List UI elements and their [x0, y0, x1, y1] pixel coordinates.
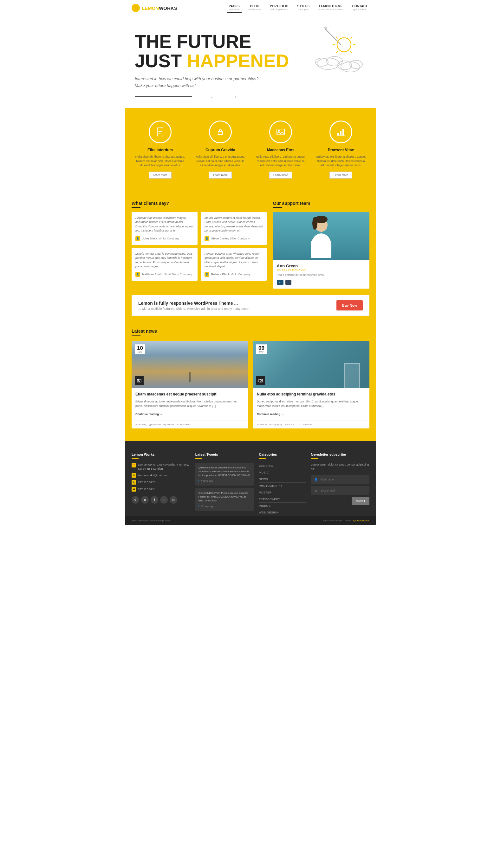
social-web-icon[interactable]: ⚙	[131, 496, 139, 504]
two-col-layout: What clients say? Aliquam vitae massa ve…	[131, 201, 370, 289]
nav-item-pages[interactable]: PAGES start here	[227, 3, 241, 13]
testimonial-2: Mauris non dui ante, id commodo estes. D…	[131, 248, 198, 281]
first-name-input[interactable]	[321, 478, 366, 481]
cat-poster[interactable]: POSTER	[259, 489, 306, 496]
nav-item-blog[interactable]: BLOG what's new	[247, 3, 263, 13]
news-tag-1-1: By admin	[285, 423, 295, 426]
door-illustration	[344, 363, 360, 388]
feature-0-icon-wrap	[149, 120, 172, 143]
social-dribbble-icon[interactable]: ◎	[170, 496, 177, 504]
testimonial-0-author-row: 👤 John Black, White Company	[135, 236, 194, 241]
feature-0-text: Nulla vitae elit libero, a pharetra augu…	[135, 155, 185, 168]
feature-3-title: Praesent Vitae	[316, 148, 366, 152]
feature-1: Cuprum Gravida Nulla vitae elit libero, …	[192, 120, 249, 179]
nav-item-portfolio[interactable]: PORTFOLIO folio & galleries	[268, 3, 290, 13]
cat-web-design[interactable]: WEB DESIGN	[259, 509, 306, 516]
buy-now-button[interactable]: Buy Now	[337, 300, 363, 310]
footer-tweets-col: Latest Tweets QuanticalLabs is pleased t…	[195, 452, 254, 516]
name-field-icon: 👤	[314, 477, 318, 482]
nav-sub-contact: get in touch	[352, 8, 367, 11]
feature-0-learn-more[interactable]: Learn more	[149, 172, 172, 179]
svg-point-40	[260, 380, 262, 382]
author-icon-0: 👤	[135, 236, 140, 241]
tweet-1: GOLDENDICKYUK Please use our Support For…	[195, 488, 254, 511]
nav-item-styles[interactable]: STYLES the styles	[295, 3, 311, 13]
email-input[interactable]	[321, 489, 366, 492]
nav-sub-pages: start here	[228, 8, 239, 11]
news-img-icon-1	[256, 376, 265, 385]
tweet-0-text: QuanticalLabs is pleased to announce tha…	[199, 466, 251, 477]
social-rss-icon[interactable]: ◉	[141, 496, 149, 504]
tweet-1-text: GOLDENDICKYUK Please use our Support For…	[199, 491, 251, 503]
footer-bottom-right: Lemon WordPress Theme | QuanticalLabs	[321, 519, 370, 522]
testimonial-1-text: Mauris viverra mauris et diam blandit la…	[204, 216, 263, 233]
support-col: Our support team Ann G	[273, 201, 370, 289]
tweet-1-time: 27 days ago	[200, 505, 214, 508]
water-silhouette	[189, 372, 191, 382]
linkedin-button[interactable]: in	[277, 280, 284, 285]
news-title: Latest news	[131, 329, 370, 334]
footer-newsletter-title: Newsletter subscribe	[311, 452, 370, 456]
email-field-icon: ✉	[314, 489, 318, 493]
testimonial-1: Mauris viverra mauris et diam blandit la…	[201, 212, 267, 245]
svg-point-35	[312, 217, 317, 229]
nav-item-contact[interactable]: CONTACT get in touch	[350, 3, 370, 13]
news-date-box-0: 10 MAY	[135, 344, 145, 354]
footer-categories-underline	[259, 458, 266, 459]
features-grid: Elite Interdum Nulla vitae elit libero, …	[131, 120, 370, 179]
svg-rect-38	[138, 379, 139, 379]
cat-music[interactable]: MUSIC	[259, 469, 306, 476]
cat-news[interactable]: NEWS	[259, 476, 306, 483]
social-twitter-icon[interactable]: t	[160, 496, 168, 504]
feature-1-learn-more[interactable]: Learn more	[209, 172, 232, 179]
news-excerpt-1: Donec sed purus diam, vitae rhoncus nibh…	[257, 399, 366, 408]
svg-rect-33	[311, 241, 331, 258]
logo-icon	[131, 4, 140, 12]
testimonials-col: What clients say? Aliquam vitae massa ve…	[131, 201, 267, 289]
slider-indicator: 2 3	[135, 95, 366, 98]
feature-2-learn-more[interactable]: Learn more	[269, 172, 292, 179]
slider-num2: 3	[235, 95, 236, 98]
buy-banner: Lemon is fully responsive WordPress Them…	[131, 295, 370, 316]
testimonial-2-author-row: 👤 Matthieu Smith, Small Team Company	[135, 272, 194, 277]
hero-section: THE FUTURE JUST HAPPENED Interested in h…	[125, 16, 376, 108]
nav-item-lemon-theme[interactable]: LEMON THEME screenshots & options	[317, 3, 345, 13]
newsletter-name-field: 👤	[311, 475, 370, 484]
testimonial-1-author-row: 👤 Steve Carter, Silver Company	[204, 236, 263, 241]
footer-phone1: 877 123 0223	[138, 481, 156, 484]
footer-phone2-row: 🖷 877 123 0224	[131, 487, 190, 492]
image-icon	[276, 127, 285, 137]
email-icon: ✉	[131, 473, 136, 478]
testimonial-0-author: John Black, White Company	[142, 237, 179, 240]
cat-typography[interactable]: TYPOGRAPHY	[259, 496, 306, 503]
news-continue-0[interactable]: Continue reading →	[135, 412, 163, 416]
support-bio: Sed a porttitor dui ut ut euismod urna	[277, 273, 366, 277]
feature-3-learn-more[interactable]: Learn more	[329, 172, 352, 179]
camera-icon-2	[258, 378, 263, 383]
newsletter-submit-button[interactable]: Submit	[352, 497, 370, 505]
footer-categories-title: Categories	[259, 452, 306, 456]
news-grid: 10 MAY Etiam maecenas est neque praesent…	[131, 341, 370, 428]
nav-sub-styles: the styles	[297, 8, 309, 11]
footer-bottom: www.heritagechristiancollege.com Lemon W…	[125, 516, 376, 525]
testimonial-1-author: Steve Carter, Silver Company	[211, 237, 250, 240]
hero-title: THE FUTURE JUST HAPPENED	[135, 32, 366, 71]
footer-bottom-link[interactable]: QuanticalLabs	[353, 519, 370, 522]
news-img-wrap-1: 09 MAY	[253, 341, 370, 388]
news-tag-1-2: 0 Comments	[298, 423, 312, 426]
author-icon-2: 👤	[135, 272, 140, 277]
newsletter-submit-row: Submit	[311, 497, 370, 505]
cat-photography[interactable]: PHOTOGRAPHY	[259, 483, 306, 489]
footer-bottom-left: www.heritagechristiancollege.com	[131, 519, 170, 522]
logo-text: LEMON	[142, 6, 159, 11]
feature-2-text: Nulla vitae elit libero, a pharetra augu…	[255, 155, 306, 168]
footer-categories-col: Categories GENERAL MUSIC NEWS PHOTOGRAPH…	[259, 452, 306, 516]
social-facebook-icon[interactable]: f	[151, 496, 158, 504]
tumblr-button[interactable]: t.	[285, 280, 291, 285]
svg-point-37	[139, 380, 140, 382]
logo[interactable]: LEMONWORKS	[131, 4, 177, 12]
news-continue-1[interactable]: Continue reading →	[257, 412, 284, 416]
tweet-0: QuanticalLabs is pleased to announce tha…	[195, 463, 254, 485]
cat-videos[interactable]: VIDEOS	[259, 503, 306, 509]
cat-general[interactable]: GENERAL	[259, 463, 306, 469]
